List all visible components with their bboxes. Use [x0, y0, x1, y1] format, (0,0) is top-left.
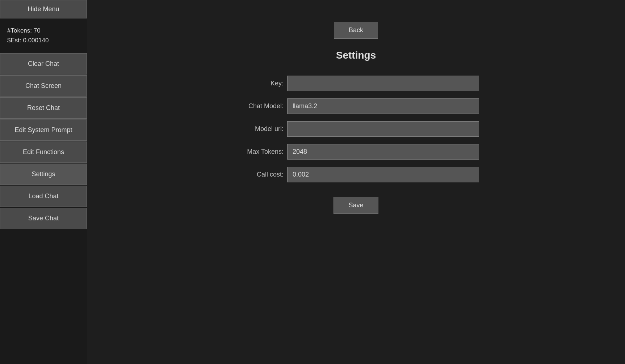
save-chat-button[interactable]: Save Chat	[0, 208, 87, 229]
max-tokens-input[interactable]	[287, 144, 479, 160]
reset-chat-button[interactable]: Reset Chat	[0, 97, 87, 119]
hide-menu-button[interactable]: Hide Menu	[0, 0, 87, 18]
tokens-count: #Tokens: 70	[7, 26, 83, 35]
chat-model-label: Chat Model:	[233, 102, 284, 110]
tokens-info: #Tokens: 70 $Est: 0.000140	[0, 18, 87, 52]
model-url-label: Model url:	[233, 125, 284, 133]
max-tokens-label: Max Tokens:	[233, 148, 284, 156]
model-url-input[interactable]	[287, 121, 479, 137]
chat-model-row: Chat Model:	[233, 98, 479, 114]
call-cost-label: Call cost:	[233, 171, 284, 178]
chat-model-input[interactable]	[287, 98, 479, 114]
settings-button[interactable]: Settings	[0, 164, 87, 185]
back-button[interactable]: Back	[334, 22, 378, 39]
settings-form: Key: Chat Model: Model url: Max Tokens: …	[233, 76, 479, 214]
call-cost-input[interactable]	[287, 167, 479, 182]
max-tokens-row: Max Tokens:	[233, 144, 479, 160]
clear-chat-button[interactable]: Clear Chat	[0, 53, 87, 75]
key-label: Key:	[233, 80, 284, 87]
tokens-est: $Est: 0.000140	[7, 35, 83, 45]
call-cost-row: Call cost:	[233, 167, 479, 182]
model-url-row: Model url:	[233, 121, 479, 137]
chat-screen-button[interactable]: Chat Screen	[0, 75, 87, 97]
edit-system-prompt-button[interactable]: Edit System Prompt	[0, 119, 87, 141]
key-input[interactable]	[287, 76, 479, 91]
edit-functions-button[interactable]: Edit Functions	[0, 141, 87, 163]
save-button[interactable]: Save	[334, 197, 378, 214]
key-row: Key:	[233, 76, 479, 91]
main-content: Back Settings Key: Chat Model: Model url…	[87, 0, 625, 364]
load-chat-button[interactable]: Load Chat	[0, 186, 87, 207]
sidebar: Hide Menu #Tokens: 70 $Est: 0.000140 Cle…	[0, 0, 87, 364]
page-title: Settings	[336, 50, 376, 61]
